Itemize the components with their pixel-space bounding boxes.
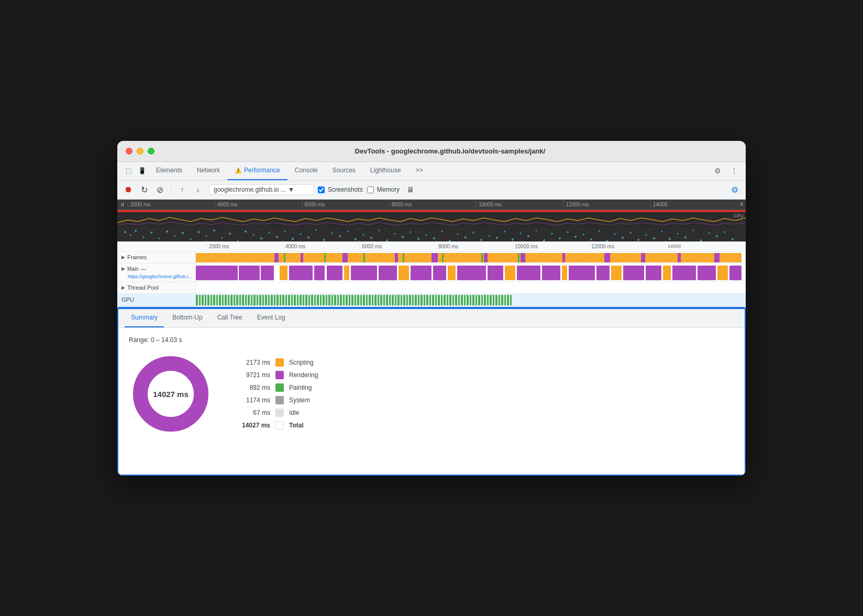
svg-rect-150 [242,295,244,305]
legend-painting: 892 ms Painting [234,383,318,392]
svg-rect-82 [274,253,279,262]
svg-rect-88 [521,253,525,262]
reload-button[interactable]: ↻ [137,183,151,196]
tab-elements[interactable]: Elements [149,162,190,180]
clear-button[interactable]: ⊘ [153,183,167,196]
screenshots-checkbox[interactable] [318,186,325,193]
minimize-button[interactable] [137,148,143,155]
svg-rect-148 [236,295,238,305]
gpu-track-label[interactable]: GPU [117,294,196,306]
timeline-overview: ⏸ 2000 ms 4000 ms 6000 ms 8000 ms 10000 … [117,200,746,241]
gpu-track-content[interactable] [196,294,742,306]
timeline-main: 2000 ms 4000 ms 6000 ms 8000 ms 10000 ms… [117,241,746,307]
tab-console[interactable]: Console [287,162,325,180]
more-menu-icon[interactable]: ⋮ [727,163,742,178]
traffic-lights [126,148,154,155]
svg-point-46 [480,239,482,241]
svg-rect-172 [305,295,307,305]
settings-icon[interactable]: ⚙ [710,163,725,178]
main-track-content[interactable] [196,263,742,282]
tab-performance[interactable]: ⚠️ Performance [227,162,287,180]
gpu-label: GPU [121,296,134,303]
svg-rect-174 [311,295,313,305]
tab-network[interactable]: Network [190,162,227,180]
tab-bottom-up[interactable]: Bottom-Up [166,309,208,327]
svg-rect-178 [323,295,325,305]
svg-point-44 [464,236,467,238]
svg-rect-152 [248,295,250,305]
upload-button[interactable]: ↑ [175,183,189,196]
frames-track-label[interactable]: ▶ Frames [117,252,196,263]
main-track-label[interactable]: ▶ Main — https://googlechrome.github.io/… [117,263,196,282]
maximize-button[interactable] [148,148,154,155]
svg-rect-186 [346,295,348,305]
svg-rect-158 [265,295,267,305]
svg-rect-166 [288,295,290,305]
tab-more[interactable]: >> [408,162,430,180]
svg-rect-191 [360,295,362,305]
memory-checkbox[interactable] [367,186,374,193]
svg-rect-113 [411,266,432,280]
svg-rect-209 [412,295,414,305]
svg-rect-116 [457,266,486,280]
svg-rect-124 [611,266,622,280]
svg-rect-219 [441,295,442,305]
scripting-label: Scripting [289,359,314,366]
svg-rect-236 [490,295,492,305]
svg-rect-196 [374,295,377,305]
svg-rect-134 [196,295,198,305]
svg-point-32 [370,237,372,239]
svg-rect-210 [415,295,417,305]
svg-rect-96 [324,253,326,262]
device-toolbar-icon[interactable]: 📱 [135,164,149,178]
svg-rect-173 [308,295,310,305]
svg-rect-157 [262,295,264,305]
svg-rect-206 [403,295,405,305]
frames-track-content[interactable] [196,252,742,263]
svg-rect-161 [274,295,275,305]
svg-rect-234 [484,295,486,305]
record-button[interactable]: ⏺ [121,183,135,196]
svg-rect-128 [672,266,696,280]
cpu-throttle-icon[interactable]: 🖥 [404,183,417,196]
svg-rect-167 [291,295,293,305]
main-tick-5: 12000 ms [589,241,665,251]
svg-rect-235 [487,295,489,305]
svg-rect-200 [386,295,388,305]
tab-summary[interactable]: Summary [125,309,164,327]
svg-rect-99 [442,253,444,262]
svg-rect-231 [475,295,477,305]
svg-point-22 [292,238,294,240]
svg-rect-120 [542,266,560,280]
svg-rect-118 [505,266,515,280]
close-button[interactable] [126,148,132,155]
svg-rect-122 [569,266,595,280]
svg-point-50 [512,238,514,240]
donut-center-label: 14027 ms [153,389,189,398]
svg-point-56 [559,237,561,239]
timeline-pause-icon[interactable]: ⏸ [117,200,128,210]
tab-call-tree[interactable]: Call Tree [211,309,249,327]
panel-tabs: Summary Bottom-Up Call Tree Event Log [118,309,745,328]
svg-rect-159 [268,295,270,305]
performance-settings-icon[interactable]: ⚙ [728,183,742,196]
svg-point-77 [724,231,726,233]
tab-lighthouse[interactable]: Lighthouse [363,162,408,180]
svg-rect-243 [510,295,512,305]
svg-rect-135 [199,295,201,305]
tab-sources[interactable]: Sources [325,162,363,180]
memory-checkbox-group: Memory [367,186,400,193]
svg-point-6 [166,230,168,233]
svg-rect-176 [317,295,319,305]
svg-rect-89 [562,253,565,262]
tab-event-log[interactable]: Event Log [251,309,292,327]
svg-point-0 [124,231,126,233]
svg-rect-87 [484,253,488,262]
thread-pool-label[interactable]: ▶ Thread Pool [117,282,196,293]
svg-point-23 [300,233,302,235]
inspector-icon[interactable]: ⬚ [121,164,135,178]
svg-rect-114 [433,266,446,280]
download-button[interactable]: ↓ [191,183,205,196]
svg-rect-218 [438,295,440,305]
url-filter[interactable]: googlechrome.github.io ... ▼ [209,184,314,195]
